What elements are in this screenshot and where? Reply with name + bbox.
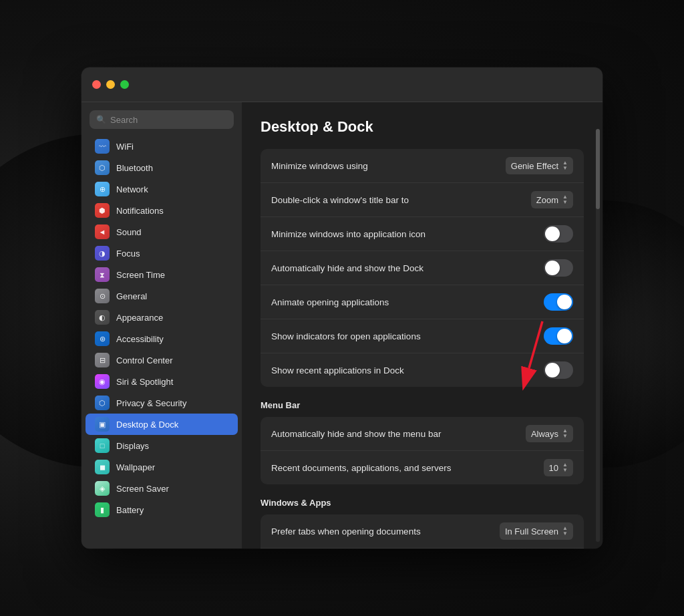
- row-control-minimize-into-icon: [544, 225, 573, 243]
- sidebar-item-wifi[interactable]: 〰WiFi: [86, 136, 238, 157]
- privacy-icon: ⬡: [95, 396, 110, 410]
- title-bar: [81, 67, 603, 102]
- sidebar-item-label-displays: Displays: [116, 441, 149, 451]
- page-title: Desktop & Dock: [261, 118, 584, 136]
- siri-icon: ◉: [95, 374, 110, 389]
- sidebar-item-sound[interactable]: ◄Sound: [86, 221, 238, 243]
- accessibility-icon: ⊛: [95, 331, 110, 346]
- sidebar-item-label-focus: Focus: [116, 249, 140, 259]
- sidebar-item-label-wallpaper: Wallpaper: [116, 462, 155, 472]
- row-control-show-recent: [544, 361, 573, 379]
- select-control[interactable]: Zoom▲▼: [531, 191, 573, 208]
- controlcenter-icon: ⊟: [95, 353, 110, 367]
- select-control[interactable]: In Full Screen▲▼: [500, 522, 573, 540]
- close-button[interactable]: [92, 80, 101, 89]
- select-value: Zoom: [536, 195, 558, 205]
- select-arrows-icon: ▲▼: [562, 526, 568, 536]
- sidebar-item-label-screentime: Screen Time: [116, 270, 165, 280]
- sidebar-item-label-screensaver: Screen Saver: [116, 484, 169, 494]
- sidebar: 🔍 Search 〰WiFi⬡Bluetooth⊕Network⬢Notific…: [81, 102, 242, 549]
- sidebar-item-desktopdock[interactable]: ▣Desktop & Dock: [86, 414, 238, 435]
- toggle-switch[interactable]: [544, 361, 573, 379]
- sidebar-item-label-sound: Sound: [116, 227, 142, 237]
- sidebar-item-label-desktopdock: Desktop & Dock: [116, 420, 178, 430]
- settings-row-minimize-into-icon: Minimize windows into application icon: [261, 217, 584, 251]
- sidebar-item-screentime[interactable]: ⧗Screen Time: [86, 264, 238, 285]
- windows-apps-section-header: Windows & Apps: [261, 498, 584, 508]
- search-icon: 🔍: [96, 115, 106, 124]
- settings-row-doubleclick-titlebar: Double-click a window's title bar toZoom…: [261, 183, 584, 217]
- row-control-show-indicators: [544, 327, 573, 345]
- search-placeholder: Search: [110, 115, 138, 125]
- select-arrows-icon: ▲▼: [562, 428, 568, 439]
- appearance-icon: ◐: [95, 310, 110, 325]
- sidebar-item-label-network: Network: [116, 184, 148, 194]
- row-control-prefer-tabs: In Full Screen▲▼: [500, 522, 573, 540]
- toggle-switch[interactable]: [544, 327, 573, 345]
- maximize-button[interactable]: [120, 80, 129, 89]
- sidebar-item-privacy[interactable]: ⬡Privacy & Security: [86, 392, 238, 414]
- minimize-button[interactable]: [106, 80, 115, 89]
- row-label-minimize-into-icon: Minimize windows into application icon: [271, 229, 425, 239]
- windows-apps-settings-group: Prefer tabs when opening documentsIn Ful…: [261, 514, 584, 549]
- wallpaper-icon: ◼: [95, 460, 110, 474]
- sidebar-item-wallpaper[interactable]: ◼Wallpaper: [86, 456, 238, 478]
- toggle-knob: [557, 295, 572, 309]
- main-content: Desktop & Dock Minimize windows usingGen…: [242, 102, 603, 549]
- select-control[interactable]: Always▲▼: [526, 425, 573, 442]
- row-label-doubleclick-titlebar: Double-click a window's title bar to: [271, 195, 409, 205]
- row-control-animate-opening: [544, 293, 573, 311]
- screentime-icon: ⧗: [95, 267, 110, 282]
- select-value: Genie Effect: [511, 161, 558, 171]
- dock-settings-group: Minimize windows usingGenie Effect▲▼Doub…: [261, 149, 584, 387]
- sidebar-item-appearance[interactable]: ◐Appearance: [86, 307, 238, 328]
- settings-row-prefer-tabs: Prefer tabs when opening documentsIn Ful…: [261, 514, 584, 549]
- toggle-knob: [545, 363, 560, 377]
- sidebar-item-label-accessibility: Accessibility: [116, 334, 164, 344]
- row-control-doubleclick-titlebar: Zoom▲▼: [531, 191, 573, 208]
- scrollbar-track[interactable]: [596, 129, 600, 542]
- row-control-recent-docs: 10▲▼: [544, 459, 573, 476]
- sidebar-item-label-general: General: [116, 291, 147, 301]
- select-arrows-icon: ▲▼: [562, 194, 568, 205]
- toggle-switch[interactable]: [544, 293, 573, 311]
- sidebar-item-controlcenter[interactable]: ⊟Control Center: [86, 349, 238, 371]
- settings-row-animate-opening: Animate opening applications: [261, 285, 584, 319]
- select-control[interactable]: Genie Effect▲▼: [506, 157, 573, 174]
- system-preferences-window: 🔍 Search 〰WiFi⬡Bluetooth⊕Network⬢Notific…: [81, 67, 603, 549]
- search-box[interactable]: 🔍 Search: [90, 110, 234, 129]
- row-control-auto-hide-dock: [544, 259, 573, 277]
- toggle-switch[interactable]: [544, 259, 573, 277]
- select-arrows-icon: ▲▼: [562, 160, 568, 171]
- desktopdock-icon: ▣: [95, 417, 110, 432]
- sidebar-item-siri[interactable]: ◉Siri & Spotlight: [86, 371, 238, 392]
- sidebar-item-battery[interactable]: ▮Battery: [86, 499, 238, 520]
- menubar-settings-group: Automatically hide and show the menu bar…: [261, 417, 584, 484]
- select-value: Always: [531, 429, 558, 439]
- select-value: In Full Screen: [505, 526, 558, 536]
- sidebar-item-network[interactable]: ⊕Network: [86, 178, 238, 200]
- settings-row-show-recent: Show recent applications in Dock: [261, 353, 584, 387]
- scrollbar-thumb[interactable]: [596, 129, 600, 209]
- search-container: 🔍 Search: [81, 110, 242, 136]
- toggle-switch[interactable]: [544, 225, 573, 243]
- stepper-arrows-icon: ▲▼: [562, 462, 568, 473]
- sidebar-item-label-controlcenter: Control Center: [116, 355, 173, 365]
- sidebar-item-accessibility[interactable]: ⊛Accessibility: [86, 328, 238, 349]
- sidebar-item-label-bluetooth: Bluetooth: [116, 163, 153, 173]
- settings-row-auto-hide-dock: Automatically hide and show the Dock: [261, 251, 584, 285]
- sidebar-item-focus[interactable]: ◑Focus: [86, 243, 238, 264]
- sidebar-item-bluetooth[interactable]: ⬡Bluetooth: [86, 157, 238, 178]
- sidebar-item-label-appearance: Appearance: [116, 313, 163, 323]
- stepper-control[interactable]: 10▲▼: [544, 459, 573, 476]
- menubar-section-header: Menu Bar: [261, 400, 584, 410]
- sidebar-item-screensaver[interactable]: ◈Screen Saver: [86, 478, 238, 499]
- row-control-minimize-windows: Genie Effect▲▼: [506, 157, 573, 174]
- battery-icon: ▮: [95, 502, 110, 517]
- traffic-lights: [92, 80, 129, 89]
- sidebar-item-notifications[interactable]: ⬢Notifications: [86, 200, 238, 221]
- sidebar-item-general[interactable]: ⊙General: [86, 285, 238, 307]
- notifications-icon: ⬢: [95, 203, 110, 218]
- sidebar-item-displays[interactable]: □Displays: [86, 435, 238, 456]
- row-label-animate-opening: Animate opening applications: [271, 297, 389, 307]
